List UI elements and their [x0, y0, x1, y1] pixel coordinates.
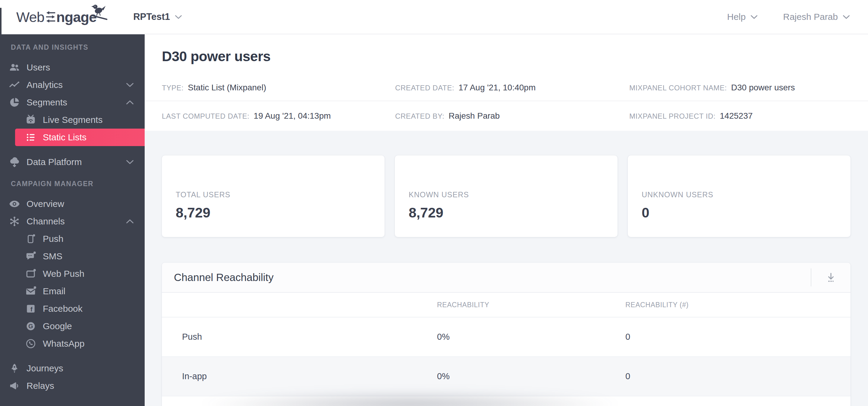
- sidebar-item-analytics[interactable]: Analytics: [0, 76, 145, 94]
- table-row-partial: [162, 396, 850, 406]
- stat-card-unknown-users: UNKNOWN USERS 0: [628, 156, 850, 237]
- sidebar-item-overview[interactable]: Overview: [0, 195, 145, 213]
- stat-value: 0: [642, 204, 850, 221]
- user-menu[interactable]: Rajesh Parab: [783, 12, 850, 22]
- meta-created-date: CREATED DATE: 17 Aug '21, 10:40pm: [395, 83, 629, 93]
- panel-actions: [811, 263, 850, 292]
- channels-icon: [8, 215, 21, 228]
- stat-card-total-users: TOTAL USERS 8,729: [162, 156, 384, 237]
- svg-text:f: f: [30, 306, 33, 313]
- download-icon: [825, 271, 837, 283]
- topbar: Web ngage RPTest1: [0, 0, 868, 34]
- main-content: D30 power users TYPE: Static List (Mixpa…: [145, 34, 868, 406]
- meta-value: 17 Aug '21, 10:40pm: [458, 83, 535, 93]
- stat-label: KNOWN USERS: [409, 190, 618, 199]
- sidebar: DATA AND INSIGHTS Users Analytics: [0, 34, 145, 406]
- sidebar-item-sms[interactable]: SMS: [0, 247, 145, 265]
- chevron-down-icon[interactable]: [126, 82, 134, 87]
- column-header-reachability-count: REACHABILITY (#): [625, 301, 850, 309]
- sidebar-item-label: Live Segments: [43, 115, 102, 125]
- stat-value: 8,729: [409, 204, 618, 221]
- stat-label: UNKNOWN USERS: [642, 190, 850, 199]
- chevron-up-icon[interactable]: [126, 100, 134, 105]
- analytics-icon: [8, 78, 21, 92]
- chevron-down-icon: [843, 15, 850, 19]
- meta-row-1: TYPE: Static List (Mixpanel) CREATED DAT…: [145, 75, 868, 101]
- help-label: Help: [727, 12, 746, 22]
- sidebar-item-relays[interactable]: Relays: [0, 377, 145, 395]
- sidebar-item-label: Web Push: [43, 269, 84, 279]
- sidebar-item-label: SMS: [43, 251, 62, 262]
- segments-icon: [8, 96, 21, 109]
- channel-reachability-panel: Channel Reachability REACHABILITY REACHA…: [162, 263, 850, 406]
- sidebar-item-label: Overview: [27, 199, 64, 209]
- sidebar-item-label: Channels: [27, 216, 65, 227]
- stat-card-known-users: KNOWN USERS 8,729: [395, 156, 618, 237]
- meta-label: CREATED BY:: [395, 112, 444, 121]
- table-row-push[interactable]: Push 0% 0: [162, 317, 850, 357]
- chevron-down-icon[interactable]: [126, 160, 134, 164]
- meta-label: TYPE:: [162, 84, 184, 92]
- cell-reachability-count: 0: [625, 332, 850, 342]
- meta-last-computed: LAST COMPUTED DATE: 19 Aug '21, 04:13pm: [162, 111, 395, 121]
- sidebar-item-google[interactable]: G Google: [0, 317, 145, 335]
- sidebar-item-label: Journeys: [27, 363, 63, 373]
- cell-reachability: 0%: [437, 371, 625, 381]
- sidebar-item-facebook[interactable]: f Facebook: [0, 300, 145, 317]
- email-icon: [24, 284, 37, 298]
- users-icon: [8, 61, 21, 74]
- sidebar-item-email[interactable]: Email: [0, 282, 145, 300]
- facebook-icon: f: [24, 302, 37, 315]
- sidebar-item-journeys[interactable]: Journeys: [0, 360, 145, 377]
- live-segments-icon: [24, 113, 37, 127]
- google-icon: G: [24, 319, 37, 333]
- meta-value: 19 Aug '21, 04:13pm: [254, 111, 331, 121]
- left-edge-scrollbar: [0, 8, 1, 35]
- sidebar-item-web-push[interactable]: Web Push: [0, 265, 145, 282]
- sidebar-item-channels[interactable]: Channels: [0, 213, 145, 230]
- download-button[interactable]: [811, 263, 850, 292]
- sidebar-item-static-lists[interactable]: Static Lists: [15, 129, 145, 146]
- sidebar-item-data-platform[interactable]: Data Platform: [0, 153, 145, 171]
- meta-value: Rajesh Parab: [449, 111, 500, 121]
- project-name: RPTest1: [133, 11, 170, 22]
- chevron-down-icon: [750, 15, 758, 19]
- sidebar-item-label: Users: [27, 62, 50, 73]
- whatsapp-icon: [24, 337, 37, 350]
- sidebar-item-whatsapp[interactable]: WhatsApp: [0, 335, 145, 352]
- user-name: Rajesh Parab: [783, 12, 838, 22]
- meta-label: MIXPANEL PROJECT ID:: [629, 112, 715, 121]
- sidebar-section-campaign-manager: CAMPAIGN MANAGER: [11, 180, 145, 188]
- sidebar-item-label: WhatsApp: [43, 339, 84, 349]
- sidebar-item-label: Email: [43, 286, 65, 296]
- overview-icon: [8, 197, 21, 210]
- sidebar-item-live-segments[interactable]: Live Segments: [0, 111, 145, 129]
- sms-icon: [24, 250, 37, 263]
- meta-value: Static List (Mixpanel): [188, 83, 266, 93]
- table-row-in-app[interactable]: In-app 0% 0: [162, 357, 850, 396]
- sidebar-item-segments[interactable]: Segments: [0, 94, 145, 111]
- sidebar-item-users[interactable]: Users: [0, 59, 145, 76]
- chevron-up-icon[interactable]: [126, 219, 134, 224]
- sidebar-item-label: Relays: [27, 381, 54, 391]
- page-title: D30 power users: [145, 34, 868, 64]
- meta-created-by: CREATED BY: Rajesh Parab: [395, 111, 629, 121]
- webengage-logo[interactable]: Web ngage: [16, 9, 96, 25]
- help-menu[interactable]: Help: [727, 12, 758, 22]
- meta-value: 1425237: [720, 111, 752, 121]
- sidebar-item-push[interactable]: Push: [0, 230, 145, 247]
- stat-value: 8,729: [176, 204, 384, 221]
- sidebar-section-data-insights: DATA AND INSIGHTS: [11, 43, 145, 52]
- meta-mixpanel-cohort: MIXPANEL COHORT NAME: D30 power users: [629, 83, 868, 93]
- logo-text-web: Web: [16, 9, 44, 25]
- logo-arrows-icon: [45, 10, 56, 23]
- logo-bird-icon: [90, 2, 108, 21]
- journeys-rocket-icon: [8, 362, 21, 375]
- sidebar-item-label: Push: [43, 234, 63, 244]
- stats-row: TOTAL USERS 8,729 KNOWN USERS 8,729 UNKN…: [162, 156, 850, 237]
- meta-label: LAST COMPUTED DATE:: [162, 112, 250, 121]
- project-selector[interactable]: RPTest1: [133, 11, 182, 22]
- stat-label: TOTAL USERS: [176, 190, 384, 199]
- data-platform-icon: [8, 156, 21, 169]
- chevron-down-icon: [175, 15, 182, 19]
